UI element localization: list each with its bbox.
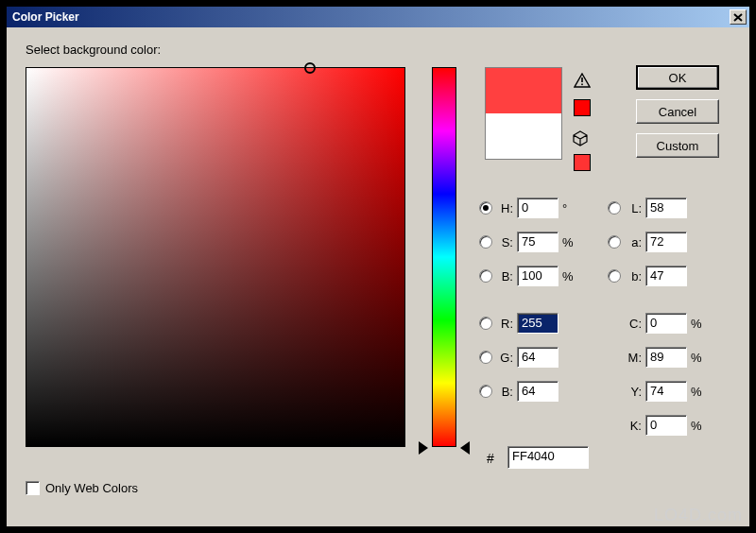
row-s: S: 75 %: [479, 230, 577, 254]
preview-new-color: [486, 68, 561, 113]
gamut-warning-icon[interactable]: [574, 73, 591, 92]
custom-button[interactable]: Custom: [636, 133, 719, 158]
ok-button[interactable]: OK: [636, 65, 719, 90]
radio-h[interactable]: [479, 201, 492, 215]
input-c[interactable]: 0: [645, 313, 687, 334]
color-picker-dialog: Color Picker Select background color: OK…: [6, 6, 750, 527]
input-a[interactable]: 72: [645, 232, 687, 252]
hue-slider[interactable]: [432, 67, 456, 447]
heading-label: Select background color:: [26, 43, 161, 57]
radio-br[interactable]: [479, 385, 492, 398]
titlebar[interactable]: Color Picker: [7, 7, 749, 27]
unit-c: %: [691, 317, 706, 331]
row-g: G: 64: [479, 345, 577, 370]
label-h: H:: [496, 201, 513, 215]
label-m: M:: [621, 351, 642, 365]
watermark-text: LO4D.com: [654, 506, 743, 525]
row-b-lab: b: 47: [608, 264, 706, 288]
hue-arrow-right-icon: [460, 441, 470, 455]
gamut-swatch[interactable]: [574, 99, 591, 116]
row-m: M: 89 %: [621, 345, 706, 370]
label-br: B:: [496, 385, 513, 399]
label-bh: B:: [496, 269, 513, 284]
row-a: a: 72: [608, 230, 706, 254]
input-r[interactable]: 255: [517, 313, 558, 334]
dialog-body: Select background color: OK Cancel Custo…: [7, 27, 749, 526]
radio-g[interactable]: [479, 351, 492, 364]
hex-input[interactable]: FF4040: [507, 446, 589, 469]
label-s: S:: [496, 235, 513, 249]
websafe-cube-icon[interactable]: [572, 129, 589, 150]
unit-m: %: [691, 351, 706, 365]
radio-b-lab[interactable]: [608, 269, 621, 283]
label-y: Y:: [621, 385, 642, 399]
cancel-button[interactable]: Cancel: [636, 99, 719, 124]
input-h[interactable]: 0: [517, 198, 558, 218]
websafe-swatch[interactable]: [574, 154, 591, 171]
row-c: C: 0 %: [621, 311, 706, 335]
input-bh[interactable]: 100: [517, 266, 558, 286]
label-k: K:: [621, 419, 642, 433]
sv-cursor-icon: [304, 62, 316, 74]
row-k: K: 0 %: [621, 413, 706, 438]
close-icon: [733, 13, 743, 22]
hex-hash-label: #: [487, 451, 494, 466]
row-bh: B: 100 %: [479, 264, 577, 288]
input-y[interactable]: 74: [645, 381, 687, 402]
saturation-value-field[interactable]: [26, 67, 405, 447]
label-l: L:: [625, 201, 642, 215]
unit-h: °: [562, 201, 577, 215]
window-title: Color Picker: [12, 10, 730, 24]
input-k[interactable]: 0: [645, 415, 687, 436]
radio-r[interactable]: [479, 317, 492, 330]
unit-k: %: [691, 419, 706, 433]
svg-rect-0: [581, 77, 583, 82]
input-g[interactable]: 64: [517, 347, 558, 368]
input-b-lab[interactable]: 47: [645, 266, 687, 286]
unit-s: %: [562, 235, 577, 249]
input-s[interactable]: 75: [517, 232, 558, 252]
radio-l[interactable]: [608, 201, 621, 215]
radio-bh[interactable]: [479, 269, 492, 283]
row-h: H: 0 °: [479, 196, 577, 220]
unit-y: %: [691, 385, 706, 399]
row-r: R: 255: [479, 311, 577, 335]
svg-rect-1: [581, 84, 583, 86]
radio-s[interactable]: [479, 235, 492, 249]
input-br[interactable]: 64: [517, 381, 558, 402]
only-web-colors-label: Only Web Colors: [45, 481, 138, 495]
label-a: a:: [625, 235, 642, 249]
preview-old-color: [486, 113, 561, 159]
unit-bh: %: [562, 269, 577, 284]
row-br: B: 64: [479, 379, 577, 404]
row-l: L: 58: [608, 196, 706, 220]
radio-a[interactable]: [608, 235, 621, 249]
label-r: R:: [496, 317, 513, 331]
label-g: G:: [496, 351, 513, 365]
only-web-colors-checkbox[interactable]: [26, 481, 40, 495]
hue-arrow-left-icon: [419, 441, 428, 455]
close-button[interactable]: [730, 9, 747, 25]
row-y: Y: 74 %: [621, 379, 706, 404]
only-web-colors-wrap: Only Web Colors: [26, 481, 138, 495]
input-m[interactable]: 89: [645, 347, 687, 368]
label-b-lab: b:: [625, 269, 642, 284]
input-l[interactable]: 58: [645, 198, 687, 218]
color-preview: [485, 67, 562, 160]
label-c: C:: [621, 317, 642, 331]
